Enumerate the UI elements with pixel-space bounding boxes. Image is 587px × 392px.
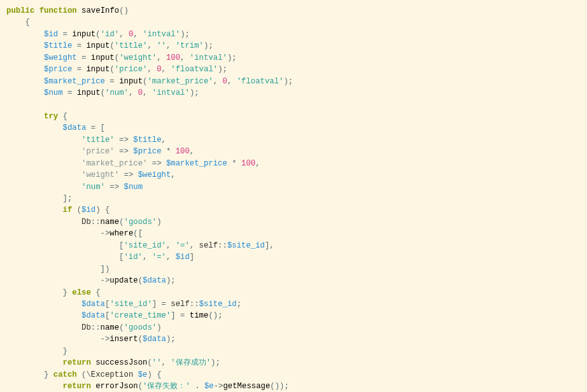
fn-input: input — [77, 88, 101, 97]
str-weight: 'weight' — [81, 171, 119, 179]
var-site_id: $site_id — [227, 241, 265, 250]
str-eq: '=' — [152, 253, 166, 262]
str-id: 'id' — [124, 253, 143, 262]
code-block: public function saveInfo() { $id = input… — [6, 5, 581, 392]
fn-input: input — [86, 41, 110, 50]
fn-errorJson: errorJson — [95, 382, 138, 391]
keyword-function: function — [39, 6, 77, 15]
num-100: 100 — [166, 53, 180, 62]
str-intval: 'intval' — [143, 30, 180, 39]
cls-self: self — [171, 300, 190, 309]
var-price: $price — [133, 147, 161, 156]
var-num: $num — [124, 183, 143, 192]
str-price: 'price' — [81, 147, 115, 156]
str-weight: 'weight' — [119, 53, 157, 62]
var-data: $data — [63, 123, 87, 132]
str-empty: '' — [157, 41, 166, 50]
num-0: 0 — [129, 30, 133, 39]
str-goods: 'goods' — [124, 323, 157, 332]
var-id: $id — [44, 30, 58, 39]
str-save_fail: '保存失败：' — [143, 382, 190, 391]
str-title: 'title' — [81, 136, 115, 144]
var-data: $data — [143, 276, 166, 285]
fn-name: name — [101, 323, 120, 332]
var-site_id: $site_id — [199, 300, 237, 309]
fn-input: input — [91, 53, 115, 62]
fn-input: input — [119, 77, 143, 86]
str-intval: 'intval' — [152, 88, 190, 97]
str-save_ok: '保存成功' — [171, 358, 211, 367]
var-title: $title — [133, 136, 161, 144]
cls-Db: Db — [81, 323, 91, 332]
str-intval: 'intval' — [190, 53, 227, 62]
str-floatval: 'floatval' — [171, 65, 218, 74]
keyword-try: try — [44, 112, 58, 121]
var-market_price: $market_price — [166, 159, 227, 168]
var-title: $title — [44, 41, 72, 50]
str-site_id: 'site_id' — [124, 241, 166, 250]
var-e: $e — [204, 382, 214, 391]
cls-Db: Db — [81, 218, 91, 227]
str-goods: 'goods' — [124, 218, 157, 227]
str-num: 'num' — [105, 88, 129, 97]
keyword-if: if — [63, 206, 73, 214]
str-title: 'title' — [115, 41, 148, 50]
keyword-return: return — [63, 382, 91, 391]
str-empty: '' — [152, 358, 162, 367]
fn-input: input — [72, 30, 95, 39]
fn-update: update — [110, 276, 138, 285]
var-e: $e — [138, 370, 148, 379]
str-market_price: 'market_price' — [147, 77, 213, 86]
fn-successJson: successJson — [95, 358, 147, 367]
str-create_time: 'create_time' — [110, 311, 171, 320]
num-0: 0 — [223, 77, 227, 86]
fn-where: where — [110, 229, 133, 238]
keyword-return: return — [63, 358, 91, 367]
var-weight: $weight — [44, 53, 77, 62]
fn-insert: insert — [110, 335, 138, 344]
num-100: 100 — [176, 147, 190, 156]
fn-time: time — [190, 311, 209, 320]
fn-input: input — [86, 65, 110, 74]
var-id: $id — [81, 206, 95, 214]
var-data: $data — [81, 300, 105, 309]
fn-getMessage: getMessage — [223, 382, 270, 391]
cls-Exception: Exception — [91, 370, 133, 379]
cls-self: self — [199, 241, 218, 250]
str-trim: 'trim' — [176, 41, 204, 50]
str-price: 'price' — [115, 65, 148, 74]
fn-saveInfo: saveInfo — [81, 6, 119, 15]
var-weight: $weight — [138, 171, 171, 179]
fn-name: name — [101, 218, 120, 227]
var-num: $num — [44, 88, 63, 97]
str-site_id: 'site_id' — [110, 300, 152, 309]
num-0: 0 — [157, 65, 161, 74]
keyword-public: public — [6, 6, 34, 15]
str-floatval: 'floatval' — [237, 77, 284, 86]
keyword-else: else — [72, 288, 91, 297]
keyword-catch: catch — [53, 370, 77, 379]
str-market_price: 'market_price' — [81, 159, 147, 168]
num-100: 100 — [241, 159, 255, 168]
str-eq: '=' — [176, 241, 190, 250]
var-market_price: $market_price — [44, 77, 105, 86]
var-price: $price — [44, 65, 72, 74]
str-id: 'id' — [101, 30, 120, 39]
var-data: $data — [81, 311, 105, 320]
var-data: $data — [143, 335, 166, 344]
str-num: 'num' — [81, 183, 105, 192]
var-id: $id — [176, 253, 190, 262]
num-0: 0 — [138, 88, 143, 97]
